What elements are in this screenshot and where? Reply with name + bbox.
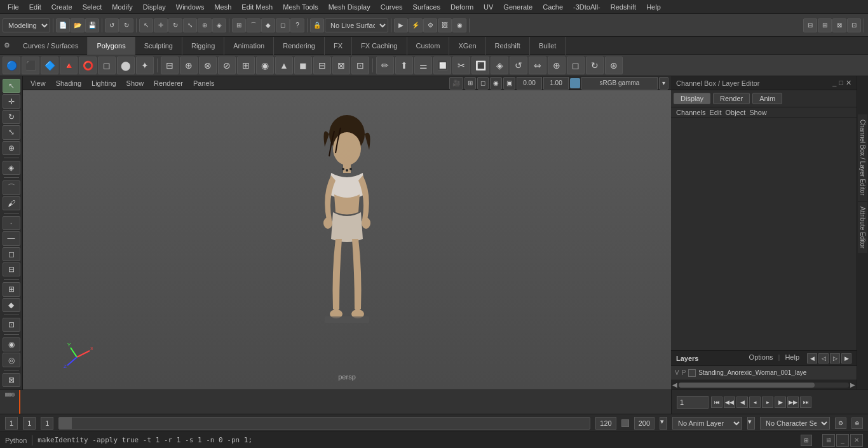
vp-shading-menu[interactable]: Shading [51, 76, 86, 90]
menu-select[interactable]: Select [78, 0, 107, 14]
hypershade-btn[interactable]: ◉ [452, 18, 466, 32]
play-back-btn[interactable]: ◀ [736, 397, 748, 408]
tab-curves-surfaces[interactable]: Curves / Surfaces [14, 37, 88, 55]
shelf-loop[interactable]: ↺ [510, 57, 527, 74]
ch-max-btn[interactable]: □ [839, 79, 843, 87]
layer-icon-2[interactable]: ◁ [818, 353, 829, 363]
layer-color-box[interactable] [688, 369, 696, 377]
layer-row[interactable]: V P Standing_Anorexic_Woman_001_laye [671, 366, 857, 380]
soft-mod-tool[interactable]: ◈ [3, 161, 20, 175]
layer-v-toggle[interactable]: V [675, 369, 679, 376]
scroll-track[interactable] [679, 383, 849, 388]
shelf-fill-holes[interactable]: ⊟ [313, 57, 331, 74]
ch-channels[interactable]: Channels [676, 109, 705, 116]
tab-anim[interactable]: Anim [752, 93, 782, 104]
snap-live-btn[interactable]: ? [290, 18, 304, 32]
frame-field-3[interactable]: 1 [41, 417, 53, 430]
render-btn[interactable]: ▶ [394, 18, 408, 32]
layer-p-toggle[interactable]: P [682, 369, 686, 376]
shelf-tri[interactable]: ▲ [275, 57, 293, 74]
go-start-btn[interactable]: ⏮ [711, 397, 722, 408]
shelf-cleanup[interactable]: ⊡ [351, 57, 369, 74]
new-btn[interactable]: 📄 [56, 18, 70, 32]
range-end-field[interactable]: 200 [634, 417, 654, 430]
move-tool[interactable]: ✛ [3, 94, 20, 108]
viewport-canvas[interactable]: persp X Y Z [23, 90, 671, 387]
snap-point[interactable]: ◆ [3, 298, 20, 312]
shelf-extrude[interactable]: ⬆ [395, 57, 413, 74]
vp-wireframe-btn[interactable]: ◻ [477, 77, 489, 90]
shelf-disk[interactable]: ⬤ [117, 57, 135, 74]
shelf-mirror[interactable]: ⊟ [161, 57, 179, 74]
snap-curve-btn[interactable]: ⌒ [247, 18, 261, 32]
open-btn[interactable]: 📂 [71, 18, 85, 32]
menu-mesh-tools[interactable]: Mesh Tools [278, 0, 323, 14]
ch-object[interactable]: Object [725, 109, 745, 116]
layer-icon-1[interactable]: ◀ [807, 353, 817, 363]
shelf-slide[interactable]: ⇔ [529, 57, 546, 74]
tab-polygons[interactable]: Polygons [88, 37, 135, 55]
anim-layer-dropdown[interactable]: No Anim Layer [672, 417, 742, 430]
vp-renderer-menu[interactable]: Renderer [149, 76, 188, 90]
win-min-btn[interactable]: _ [836, 434, 849, 447]
soft-select-btn[interactable]: ◈ [212, 18, 226, 32]
tab-xgen[interactable]: XGen [449, 37, 485, 55]
universal-manip[interactable]: ⊕ [3, 141, 20, 155]
shelf-cone[interactable]: 🔺 [60, 57, 78, 74]
menu-3dtoa[interactable]: -3DtoAll- [568, 0, 606, 14]
frame-field-2[interactable]: 1 [23, 417, 36, 430]
vp-smooth-btn[interactable]: ◉ [490, 77, 502, 90]
menu-edit-mesh[interactable]: Edit Mesh [236, 0, 278, 14]
menu-display[interactable]: Display [138, 0, 171, 14]
anim-layer-dropdown-arrow[interactable]: ▾ [747, 417, 755, 430]
vp-cam-btn[interactable]: 🎥 [449, 77, 463, 90]
tab-settings-btn[interactable]: ⚙ [0, 37, 14, 55]
layout-btn4[interactable]: ⊡ [847, 18, 861, 32]
render-settings-btn[interactable]: ⚙ [423, 18, 437, 32]
layers-options[interactable]: Options [749, 353, 773, 363]
shelf-insert-loop[interactable]: ⊕ [548, 57, 566, 74]
render-view-btn[interactable]: 🖼 [438, 18, 452, 32]
shelf-bridge[interactable]: ⚌ [414, 57, 432, 74]
viewport[interactable]: View Shading Lighting Show Renderer Pane… [23, 76, 671, 390]
shelf-combine[interactable]: ⊕ [180, 57, 198, 74]
tab-redshift[interactable]: Redshift [486, 37, 530, 55]
menu-redshift[interactable]: Redshift [606, 0, 641, 14]
live-surface-dropdown[interactable]: No Live Surface [325, 18, 388, 32]
ch-close-btn[interactable]: ✕ [846, 79, 851, 87]
menu-modify[interactable]: Modify [107, 0, 137, 14]
tab-display[interactable]: Display [674, 93, 710, 104]
layers-help[interactable]: Help [785, 353, 799, 363]
menu-file[interactable]: File [3, 0, 24, 14]
vp-view-menu[interactable]: View [25, 76, 51, 90]
vp-lighting-menu[interactable]: Lighting [86, 76, 121, 90]
menu-generate[interactable]: Generate [498, 0, 538, 14]
edge-sel[interactable]: — [3, 231, 20, 245]
shelf-sphere[interactable]: 🔵 [3, 57, 20, 74]
select-tool-btn[interactable]: ↖ [139, 18, 153, 32]
tab-rendering[interactable]: Rendering [274, 37, 325, 55]
win-icon[interactable]: 🖥 [822, 434, 835, 447]
isolate-sel[interactable]: ⊡ [3, 318, 20, 332]
vertex-sel[interactable]: · [3, 216, 20, 230]
uvshell-sel[interactable]: ⊟ [3, 262, 20, 276]
ch-show[interactable]: Show [749, 109, 767, 116]
shelf-boolean[interactable]: ⊞ [237, 57, 255, 74]
timeline-ruler[interactable]: 1 5 10 15 20 25 30 35 40 45 50 55 60 65 [0, 390, 868, 414]
rotate-tool[interactable]: ↻ [3, 110, 20, 124]
char-set-dropdown[interactable]: No Character Set [760, 417, 830, 430]
menu-uv[interactable]: UV [478, 0, 498, 14]
shelf-offset[interactable]: ◻ [567, 57, 585, 74]
ch-min-btn[interactable]: _ [832, 79, 836, 87]
rotate-tool-btn[interactable]: ↻ [168, 18, 182, 32]
shelf-separate[interactable]: ⊗ [199, 57, 217, 74]
scroll-left-arrow[interactable]: ◀ [672, 381, 677, 388]
char-set-config-btn[interactable]: ⚙ [835, 417, 846, 429]
snap-grid[interactable]: ⊞ [3, 282, 20, 296]
scale-tool-btn[interactable]: ⤡ [183, 18, 197, 32]
menu-surfaces[interactable]: Surfaces [408, 0, 445, 14]
menu-mesh[interactable]: Mesh [209, 0, 236, 14]
gamma-value[interactable]: 0.00 [517, 77, 542, 90]
shelf-poke[interactable]: ⊛ [605, 57, 623, 74]
lock-btn[interactable]: 🔒 [310, 18, 324, 32]
